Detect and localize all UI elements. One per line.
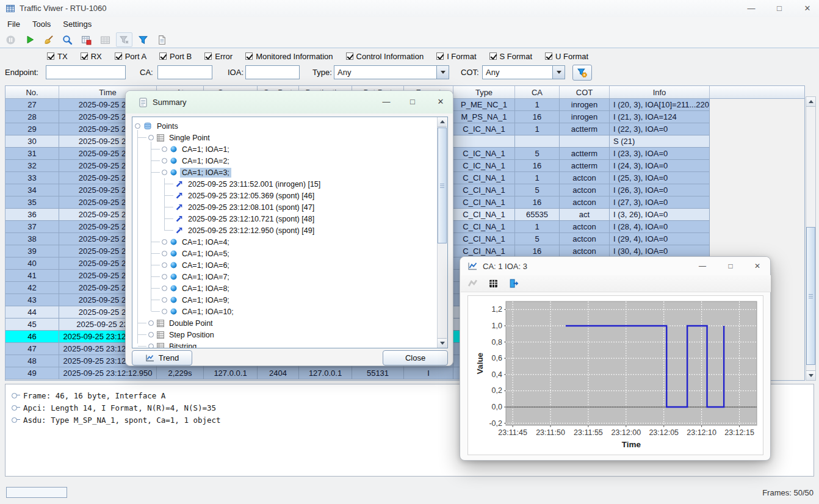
- tree-expand-handle-icon[interactable]: [162, 251, 167, 256]
- start-button[interactable]: [21, 32, 38, 47]
- tree-expand-handle-icon[interactable]: [148, 320, 154, 326]
- tree-expand-handle-icon[interactable]: [148, 332, 154, 337]
- tree-expand-handle-icon[interactable]: [162, 297, 167, 303]
- checkbox-monitored-information[interactable]: Monitored Information: [245, 52, 333, 61]
- list-icon: [157, 134, 164, 142]
- tree-expand-handle-icon[interactable]: [162, 158, 167, 164]
- tree-node[interactable]: CA=1; IOA=7;: [151, 271, 231, 283]
- close-button[interactable]: Close: [383, 350, 448, 365]
- tree-node[interactable]: Single Point: [138, 132, 212, 143]
- column-header-info[interactable]: Info: [610, 86, 710, 98]
- cot-select[interactable]: Any: [482, 65, 565, 79]
- filter-button[interactable]: [135, 32, 151, 47]
- menu-settings[interactable]: Settings: [57, 17, 98, 32]
- tree-node-event[interactable]: 2025-09-25 23:11:52.001 (inrogen) [15]: [165, 178, 322, 190]
- tree-handle-icon[interactable]: [12, 393, 17, 398]
- tree-node[interactable]: CA=1; IOA=9;: [151, 294, 231, 306]
- scrollbar-thumb[interactable]: [438, 128, 447, 243]
- dialog-close-button[interactable]: ✕: [431, 93, 450, 110]
- ca-input[interactable]: [157, 65, 212, 79]
- scroll-down-icon[interactable]: [438, 338, 447, 348]
- tree-node[interactable]: Bitstring: [138, 340, 198, 348]
- tree-node-event[interactable]: 2025-09-25 23:12:05.369 (spont) [46]: [165, 190, 316, 201]
- filter-clear-button[interactable]: [116, 32, 132, 47]
- tree-expand-handle-icon[interactable]: [148, 135, 154, 140]
- checkbox-label: RX: [91, 52, 102, 61]
- tree-node-event[interactable]: 2025-09-25 23:12:10.721 (spont) [48]: [165, 213, 316, 225]
- capture-button[interactable]: [78, 32, 95, 47]
- menu-file[interactable]: File: [1, 17, 26, 32]
- scroll-up-icon[interactable]: [806, 97, 815, 107]
- trend-button[interactable]: Trend: [132, 350, 192, 365]
- checkbox-port-a[interactable]: Port A: [115, 52, 146, 61]
- tree-node[interactable]: CA=1; IOA=1;: [151, 143, 231, 155]
- tree-handle-icon[interactable]: [12, 405, 17, 411]
- tree-node[interactable]: Double Point: [138, 317, 215, 329]
- tree-expand-handle-icon[interactable]: [162, 239, 167, 245]
- chart-minimize-button[interactable]: —: [694, 258, 711, 274]
- tree-scrollbar[interactable]: [437, 117, 447, 348]
- ioa-input[interactable]: [245, 65, 300, 79]
- chevron-down-icon[interactable]: [436, 66, 449, 79]
- tree-expand-handle-icon[interactable]: [162, 309, 167, 314]
- chart-close-button[interactable]: ✕: [749, 258, 766, 274]
- window-close-button[interactable]: ✕: [798, 0, 817, 17]
- chart-toolbar: [461, 275, 771, 292]
- tree-node[interactable]: CA=1; IOA=5;: [151, 248, 231, 259]
- tree-node-event[interactable]: 2025-09-25 23:12:08.101 (spont) [47]: [165, 201, 316, 213]
- column-header-ca[interactable]: CA: [515, 86, 560, 98]
- column-header-no[interactable]: No.: [5, 86, 59, 98]
- filter-settings-button[interactable]: [572, 65, 592, 81]
- chart-maximize-button[interactable]: □: [722, 258, 739, 274]
- window-minimize-button[interactable]: —: [742, 0, 760, 17]
- tree-node[interactable]: CA=1; IOA=10;: [151, 306, 236, 317]
- grid-button[interactable]: [97, 32, 114, 47]
- checkbox-s-format[interactable]: S Format: [489, 52, 532, 61]
- tree-expand-handle-icon[interactable]: [162, 286, 167, 291]
- tree-expand-handle-icon[interactable]: [162, 274, 167, 279]
- scroll-up-icon[interactable]: [438, 117, 447, 127]
- table-scrollbar[interactable]: [806, 96, 816, 381]
- type-select[interactable]: Any: [334, 65, 449, 79]
- checkbox-rx[interactable]: RX: [81, 52, 102, 61]
- tree-expand-handle-icon[interactable]: [162, 262, 167, 268]
- checkbox-error[interactable]: Error: [204, 52, 233, 61]
- checkbox-control-information[interactable]: Control Information: [346, 52, 424, 61]
- menu-tools[interactable]: Tools: [26, 17, 57, 32]
- tree-expand-handle-icon[interactable]: [162, 170, 167, 175]
- tree-expand-handle-icon[interactable]: [162, 146, 167, 152]
- tree-node[interactable]: CA=1; IOA=3;: [151, 167, 231, 178]
- column-header-cot[interactable]: COT: [560, 86, 610, 98]
- window-maximize-button[interactable]: □: [770, 0, 788, 17]
- tree-expand-handle-icon[interactable]: [135, 123, 140, 129]
- tree-node[interactable]: CA=1; IOA=8;: [151, 283, 231, 294]
- dialog-maximize-button[interactable]: □: [403, 93, 422, 110]
- export-button[interactable]: [507, 277, 521, 290]
- dialog-minimize-button[interactable]: —: [377, 93, 395, 110]
- checkbox-port-b[interactable]: Port B: [159, 52, 192, 61]
- chevron-down-icon[interactable]: [552, 66, 565, 79]
- pause-button[interactable]: [2, 32, 19, 47]
- value-table-button[interactable]: [486, 277, 500, 290]
- checkbox-tx[interactable]: TX: [47, 52, 68, 61]
- checkbox-u-format[interactable]: U Format: [545, 52, 588, 61]
- tree-node[interactable]: CA=1; IOA=2;: [151, 155, 231, 167]
- tree-expand-handle-icon[interactable]: [148, 344, 154, 348]
- search-button[interactable]: [59, 32, 76, 47]
- scroll-down-icon[interactable]: [806, 370, 815, 380]
- report-button[interactable]: [154, 32, 170, 47]
- export-icon: [508, 278, 519, 289]
- tree-handle-icon[interactable]: [12, 417, 17, 423]
- endpoint-input[interactable]: [46, 65, 126, 79]
- checkbox-i-format[interactable]: I Format: [436, 52, 476, 61]
- column-header-type[interactable]: Type: [453, 86, 515, 98]
- tree-node[interactable]: CA=1; IOA=4;: [151, 236, 231, 248]
- tree-node[interactable]: Points: [135, 120, 180, 132]
- tree-node[interactable]: Step Position: [138, 329, 216, 340]
- capture-icon: [81, 35, 92, 45]
- tree-node-event[interactable]: 2025-09-25 23:12:12.950 (spont) [49]: [165, 225, 316, 236]
- scrollbar-thumb[interactable]: [806, 227, 815, 365]
- clear-button[interactable]: [40, 32, 57, 47]
- tree-node[interactable]: CA=1; IOA=6;: [151, 259, 231, 271]
- trend-line-button[interactable]: [466, 277, 479, 290]
